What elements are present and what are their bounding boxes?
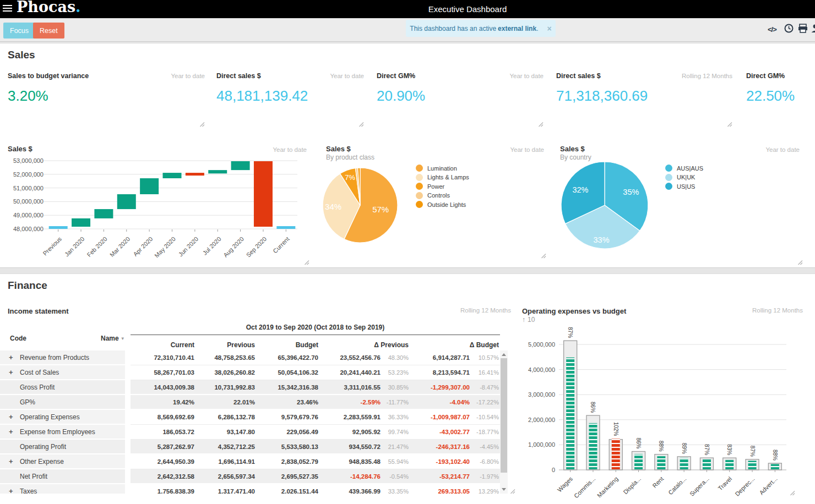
expand-icon[interactable]: +	[9, 368, 13, 376]
waterfall-bar-sep-2020[interactable]	[254, 161, 273, 227]
expand-icon[interactable]: +	[9, 428, 13, 436]
cell-delta-budget-pct: 16.41%	[471, 369, 500, 376]
kpi-direct-sales-r12[interactable]: Direct sales $Rolling 12 Months 71,318,3…	[556, 72, 732, 127]
legend-item-us-us[interactable]: US|US	[665, 183, 703, 190]
col-delta-budget[interactable]: Δ Budget	[410, 341, 500, 349]
resize-handle[interactable]	[726, 120, 732, 127]
table-row-revenue-from-products[interactable]: +Revenue from Products72,310,710.4148,75…	[0, 350, 500, 365]
cell-delta-previous-pct: 30.85%	[382, 384, 410, 391]
print-icon[interactable]	[798, 24, 808, 33]
expand-icon[interactable]: +	[9, 413, 13, 421]
cell-delta-budget-pct: -18.77%	[471, 429, 500, 435]
waterfall-bar-jan-2020[interactable]	[72, 218, 90, 227]
table-scrollbar[interactable]	[500, 350, 508, 494]
resize-handle[interactable]	[198, 120, 205, 127]
sales-waterfall-chart[interactable]: 48,000,00049,000,00050,000,00051,000,000…	[0, 143, 314, 266]
scroll-down-icon[interactable]	[502, 488, 506, 491]
waterfall-bar-jun-2020[interactable]	[186, 173, 204, 176]
resize-handle[interactable]	[796, 259, 803, 265]
notification-close-icon[interactable]: ×	[547, 24, 551, 33]
reset-button[interactable]: Reset	[33, 23, 64, 39]
waterfall-bar-may-2020[interactable]	[163, 173, 182, 178]
svg-text:32%: 32%	[572, 185, 588, 194]
table-row-cost-of-sales[interactable]: +Cost of Sales58,267,701.0338,026,260.82…	[0, 365, 500, 380]
actual-bar-travel[interactable]	[725, 460, 734, 469]
sales-section-title: Sales	[8, 49, 35, 61]
scroll-up-icon[interactable]	[502, 353, 506, 356]
table-row-operating-expenses[interactable]: +Operating Expenses8,569,692.696,286,132…	[0, 410, 500, 425]
table-row-gp-[interactable]: GP%19.42%22.01%23.46%-2.59%-11.77%-4.04%…	[0, 395, 500, 410]
col-delta-previous[interactable]: Δ Previous	[319, 341, 410, 349]
resize-handle[interactable]	[540, 252, 546, 259]
resize-handle[interactable]	[303, 259, 309, 265]
opex-bar-chart[interactable]: 01,000,0002,000,0003,000,0004,000,0005,0…	[522, 325, 815, 504]
actual-bar-displa-[interactable]	[634, 454, 643, 469]
resize-handle[interactable]	[357, 120, 364, 127]
legend-item-lights-lamps[interactable]: Lights & Lamps	[416, 174, 469, 181]
waterfall-bar-previous[interactable]	[49, 226, 68, 229]
svg-text:87%: 87%	[704, 444, 710, 455]
resize-handle[interactable]	[789, 489, 795, 496]
actual-bar-advert-[interactable]	[771, 464, 779, 469]
kpi-direct-gm-ytd[interactable]: Direct GM%Year to date 20.90%	[377, 72, 544, 127]
resize-handle[interactable]	[509, 487, 515, 494]
table-row-gross-profit[interactable]: Gross Profit14,043,009.3810,731,992.8315…	[0, 380, 500, 395]
cell-current: 2,642,312.58	[131, 473, 195, 480]
code-icon[interactable]: </>	[768, 25, 776, 34]
actual-bar-wages[interactable]	[566, 358, 574, 469]
country-pie-chart[interactable]: 35%33%32%	[552, 143, 815, 266]
phocas-logo[interactable]: Phocas.	[17, 0, 80, 15]
table-row-expense-from-employees[interactable]: +Expense from Employees186,053.7293,147.…	[0, 425, 500, 440]
legend-item-aus-aus[interactable]: AUS|AUS	[665, 165, 703, 172]
actual-bar-catalo-[interactable]	[680, 458, 688, 469]
table-row-taxes[interactable]: +Taxes1,756,838.391,317,471.402,026,151.…	[0, 484, 500, 494]
expand-icon[interactable]: +	[9, 353, 13, 361]
legend-item-controls[interactable]: Controls	[416, 192, 469, 199]
kpi-title: Direct sales $	[216, 72, 261, 80]
col-previous[interactable]: Previous	[195, 341, 256, 349]
expand-icon[interactable]: +	[9, 457, 13, 465]
expand-icon[interactable]: +	[9, 487, 13, 494]
legend-item-uk-uk[interactable]: UK|UK	[665, 174, 703, 181]
hamburger-menu-icon[interactable]	[3, 5, 12, 13]
table-row-operating-profit[interactable]: Operating Profit5,287,262.974,352,712.25…	[0, 440, 500, 454]
table-row-net-profit[interactable]: Net Profit2,642,312.582,656,597.342,695,…	[0, 469, 500, 484]
cell-delta-budget: -1,299,307.00	[410, 384, 471, 391]
waterfall-bar-mar-2020[interactable]	[117, 194, 136, 209]
col-budget[interactable]: Budget	[256, 341, 319, 349]
income-statement-title: Income statement	[8, 307, 69, 315]
actual-bar-rent[interactable]	[657, 456, 665, 469]
table-row-other-expense[interactable]: +Other Expense2,644,950.391,696,114.912,…	[0, 454, 500, 469]
resize-handle[interactable]	[537, 120, 544, 127]
legend-item-lumination[interactable]: Lumination	[416, 165, 469, 172]
legend-item-power[interactable]: Power	[416, 183, 469, 190]
kpi-sales-to-budget-variance[interactable]: Sales to budget varianceYear to date 3.2…	[8, 72, 205, 127]
cell-delta-previous: 439,366.99	[319, 488, 382, 494]
col-current[interactable]: Current	[131, 341, 195, 349]
clock-icon[interactable]	[784, 24, 794, 33]
waterfall-bar-aug-2020[interactable]	[231, 161, 250, 170]
legend-item-outside-lights[interactable]: Outside Lights	[416, 201, 469, 208]
svg-text:Feb 2020: Feb 2020	[85, 235, 108, 258]
svg-text:Marketing: Marketing	[596, 475, 620, 499]
actual-bar-deprec-[interactable]	[748, 461, 757, 469]
user-icon[interactable]	[811, 24, 815, 33]
name-column-header[interactable]: Name▼	[101, 335, 125, 342]
waterfall-bar-jul-2020[interactable]	[208, 170, 227, 173]
kpi-direct-sales-ytd[interactable]: Direct sales $Year to date 48,181,139.42	[216, 72, 364, 127]
actual-bar-marketing[interactable]	[612, 439, 620, 469]
focus-button[interactable]: Focus	[3, 23, 35, 39]
dashboard-page: Phocas. Executive Dashboard Focus Reset …	[0, 0, 815, 504]
actual-bar-commis-[interactable]	[589, 423, 597, 469]
svg-text:Jun 2020: Jun 2020	[177, 235, 199, 258]
kpi-direct-gm-r12[interactable]: Direct GM% 22.50%	[746, 72, 815, 127]
waterfall-bar-apr-2020[interactable]	[140, 178, 159, 194]
scrollbar-thumb[interactable]	[501, 358, 507, 473]
actual-bar-supera-[interactable]	[703, 459, 711, 469]
code-column-header[interactable]: Code	[10, 335, 26, 342]
income-statement-rows: +Revenue from Products72,310,710.4148,75…	[0, 350, 500, 494]
waterfall-bar-current[interactable]	[276, 226, 295, 229]
waterfall-bar-feb-2020[interactable]	[94, 209, 113, 218]
cell-delta-budget: -1,009,987.07	[410, 414, 471, 420]
kpi-value: 3.20%	[8, 87, 205, 105]
